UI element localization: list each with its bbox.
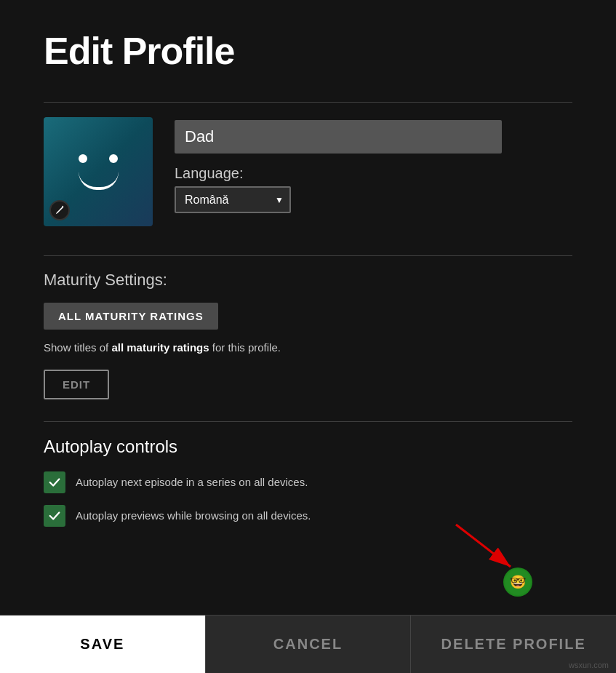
autoplay-checkbox-2[interactable]: [44, 505, 65, 527]
autoplay-section: Autoplay controls Autoplay next episode …: [44, 437, 572, 538]
pencil-icon: [55, 205, 65, 215]
maturity-description: Show titles of all maturity ratings for …: [44, 340, 572, 357]
avatar-smile: [79, 172, 119, 190]
watermark: wsxun.com: [569, 661, 609, 669]
maturity-edit-button[interactable]: EDIT: [44, 370, 109, 399]
autoplay-row-2: Autoplay previews while browsing on all …: [44, 505, 572, 527]
middle-divider-2: [44, 421, 572, 422]
avatar-edit-icon[interactable]: [49, 200, 70, 220]
avatar-face: [79, 154, 119, 190]
language-select-wrapper: Română English Français Español Deutsch …: [175, 186, 291, 213]
checkmark-icon-1: [48, 476, 61, 489]
page-container: Edit Profile Langua: [0, 0, 616, 673]
checkmark-icon-2: [48, 509, 61, 522]
maturity-desc-bold: all maturity ratings: [111, 341, 209, 354]
page-title: Edit Profile: [44, 29, 572, 73]
language-label: Language:: [175, 165, 572, 182]
cancel-button[interactable]: CANCEL: [205, 616, 412, 673]
top-divider: [44, 102, 572, 103]
language-group: Language: Română English Français Españo…: [175, 165, 572, 213]
autoplay-label-2: Autoplay previews while browsing on all …: [76, 509, 311, 522]
maturity-section: Maturity Settings: ALL MATURITY RATINGS …: [44, 271, 572, 399]
maturity-badge: ALL MATURITY RATINGS: [44, 303, 218, 330]
autoplay-checkbox-1[interactable]: [44, 471, 65, 493]
footer-section: SAVE CANCEL DELETE PROFILE: [0, 615, 616, 673]
autoplay-title: Autoplay controls: [44, 437, 572, 457]
language-select[interactable]: Română English Français Español Deutsch: [175, 186, 291, 213]
autoplay-row-1: Autoplay next episode in a series on all…: [44, 471, 572, 493]
avatar-container[interactable]: [44, 117, 153, 226]
avatar-eye-right: [109, 154, 118, 163]
maturity-section-title: Maturity Settings:: [44, 271, 572, 290]
autoplay-label-1: Autoplay next episode in a series on all…: [76, 476, 308, 488]
name-input[interactable]: [175, 120, 502, 154]
maturity-desc-before: Show titles of: [44, 341, 111, 354]
middle-divider-1: [44, 255, 572, 256]
mascot-icon: 🤓: [503, 568, 532, 597]
profile-form: Language: Română English Français Españo…: [175, 117, 572, 213]
maturity-desc-after: for this profile.: [209, 341, 281, 354]
avatar-eye-left: [79, 154, 87, 163]
avatar-eyes: [79, 154, 118, 163]
save-button[interactable]: SAVE: [0, 616, 205, 673]
profile-section: Language: Română English Français Españo…: [44, 117, 572, 226]
